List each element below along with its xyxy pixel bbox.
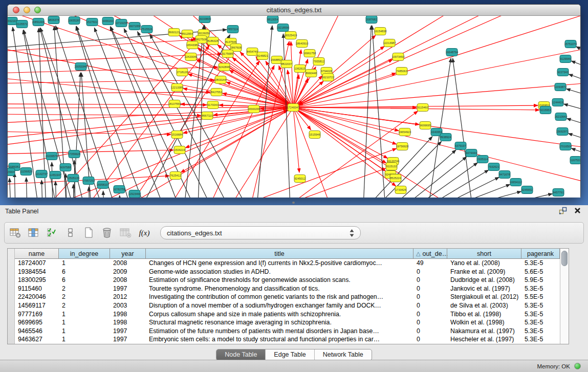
network-node[interactable]: 12142737 [35, 170, 48, 178]
table-row[interactable]: 2242004622012Investigating the contribut… [15, 293, 560, 301]
table-row[interactable]: 1830029562008Estimation of significance … [15, 276, 560, 285]
network-node[interactable]: 8912954 [182, 30, 193, 38]
split-pane-handle[interactable] [292, 202, 295, 204]
scrollbar-thumb[interactable] [561, 251, 568, 266]
network-node[interactable]: 9227343 [557, 69, 569, 76]
network-node[interactable]: 2087682 [366, 16, 377, 24]
network-node[interactable]: 1167533 [570, 157, 580, 164]
network-node[interactable]: 19654923 [399, 128, 411, 136]
network-node[interactable]: 1516684 [171, 131, 183, 139]
table-row[interactable]: 1456911722003Disruption of a novel membe… [15, 301, 560, 310]
network-node[interactable]: 8471678 [499, 171, 510, 179]
network-node[interactable]: 7932621 [488, 163, 499, 171]
network-node[interactable]: 16033809 [199, 16, 211, 23]
network-node[interactable]: 8186328 [207, 37, 219, 45]
network-node[interactable]: 1733426 [395, 186, 406, 194]
network-node[interactable]: 16958107 [97, 181, 109, 189]
network-node[interactable]: 12923468 [128, 190, 141, 198]
network-node[interactable]: 18325419 [285, 32, 297, 39]
network-node[interactable]: 15751074 [564, 40, 577, 48]
delete-table-icon[interactable] [100, 225, 115, 241]
network-node[interactable]: 9699695 [420, 122, 431, 129]
network-node[interactable]: 6466160 [102, 17, 114, 25]
network-node[interactable]: 20206576 [46, 152, 58, 160]
network-node[interactable]: 9115460 [417, 104, 428, 112]
network-node[interactable]: 16648794 [446, 49, 458, 56]
network-node[interactable]: 16782759 [113, 186, 125, 193]
network-node[interactable]: 7955812 [313, 58, 324, 65]
column-header-pagerank[interactable]: pagerank [521, 249, 560, 258]
network-node[interactable]: 3215953 [540, 106, 551, 114]
network-node[interactable]: 8938924 [440, 134, 451, 141]
table-row[interactable]: 969969511998Structural magnetic resonanc… [15, 318, 560, 327]
network-node[interactable]: 10654112 [510, 179, 522, 186]
network-node[interactable]: 1662197 [8, 17, 17, 25]
table-row[interactable]: 1938455462009Genome-wide association stu… [15, 268, 560, 276]
network-node[interactable]: 12093872 [554, 83, 567, 91]
network-node[interactable]: 18300295 [248, 105, 260, 113]
column-header-out_degree[interactable]: △out_de… [413, 249, 447, 258]
table-row[interactable]: 946554611997Estimation of the future num… [15, 327, 560, 336]
network-node[interactable]: 7485063 [396, 68, 407, 75]
network-node[interactable]: 8990448 [306, 70, 317, 77]
network-node[interactable]: 12505135 [67, 174, 79, 182]
tab-network-table[interactable]: Network Table [315, 349, 372, 360]
row-height-icon[interactable] [63, 225, 78, 241]
network-node[interactable]: 8427552 [211, 89, 222, 96]
network-node[interactable]: 8667110 [202, 112, 213, 120]
column-header-year[interactable]: year [110, 249, 146, 258]
network-node[interactable]: 9175685 [222, 50, 233, 58]
network-node[interactable]: 18640910 [296, 40, 308, 48]
network-node[interactable]: 17359928 [68, 150, 80, 158]
column-header-in_degree[interactable]: in_degree [59, 249, 110, 258]
network-node[interactable]: 9245012 [294, 175, 306, 183]
network-node[interactable]: 8660123 [168, 29, 180, 36]
network-node[interactable]: 16543382 [186, 41, 199, 49]
network-node[interactable]: 9146821 [257, 52, 268, 60]
window-titlebar[interactable]: citations_edges.txt [8, 5, 580, 16]
network-node[interactable]: 20891406 [32, 18, 45, 26]
network-node[interactable]: 10973493 [392, 53, 404, 61]
network-node[interactable]: 12213389 [171, 84, 183, 92]
network-node[interactable]: 18107554 [168, 100, 181, 108]
table-select-dropdown[interactable]: citations_edges.txt [160, 226, 361, 239]
table-settings-icon[interactable] [8, 225, 23, 241]
network-node[interactable]: 2718126 [177, 69, 188, 76]
network-node[interactable]: 10655287 [68, 17, 80, 25]
network-node[interactable]: 6379197 [455, 142, 466, 150]
network-node[interactable]: 20053346 [75, 63, 87, 71]
table-row[interactable]: 1872400712008Changes of HCN gene express… [15, 259, 560, 268]
function-builder-icon[interactable]: f(x) [137, 225, 152, 241]
network-node[interactable]: 7625412 [170, 172, 181, 180]
network-node[interactable]: 12213987 [383, 39, 396, 47]
network-canvas[interactable]: 1724004718300295845474991468211568852088… [8, 16, 580, 198]
network-node[interactable]: 7515526 [141, 26, 153, 33]
network-node[interactable]: 3315904 [8, 168, 15, 176]
network-node[interactable]: 19756928 [396, 143, 408, 150]
network-svg[interactable]: 1724004718300295845474991468211568852088… [8, 16, 580, 198]
network-node[interactable]: 9097588 [60, 164, 71, 171]
network-node[interactable]: 7857224 [227, 26, 238, 33]
new-table-icon[interactable] [81, 225, 97, 241]
network-node[interactable]: 1362615 [294, 65, 306, 73]
network-node[interactable]: 9170043 [207, 101, 219, 109]
column-header-short[interactable]: short [447, 249, 521, 258]
network-node[interactable]: 15692971 [556, 128, 569, 136]
network-node[interactable]: 9474444 [466, 149, 477, 157]
table-row[interactable]: 946362711997Embryonic stem cells: a mode… [15, 335, 560, 344]
network-node[interactable]: 8813054 [267, 16, 278, 24]
network-node[interactable]: 9129946 [560, 55, 571, 63]
network-node[interactable]: 10719155 [115, 19, 127, 27]
column-header-title[interactable]: title [146, 249, 413, 258]
tab-node-table[interactable]: Node Table [216, 349, 266, 360]
float-panel-icon[interactable] [559, 207, 567, 214]
network-node[interactable]: 22420046 [185, 53, 197, 61]
network-node[interactable]: 9242848 [219, 63, 230, 71]
network-node[interactable]: 8454749 [247, 48, 258, 56]
table-row[interactable]: 977716911998Corpus callosum shape and si… [15, 310, 560, 319]
network-node[interactable]: 1527602 [86, 18, 98, 26]
network-node[interactable]: 17957253 [82, 177, 95, 185]
network-node[interactable]: 2803144 [215, 76, 226, 84]
column-header-name[interactable]: name [15, 249, 59, 258]
network-node[interactable]: 8525224 [390, 174, 401, 182]
